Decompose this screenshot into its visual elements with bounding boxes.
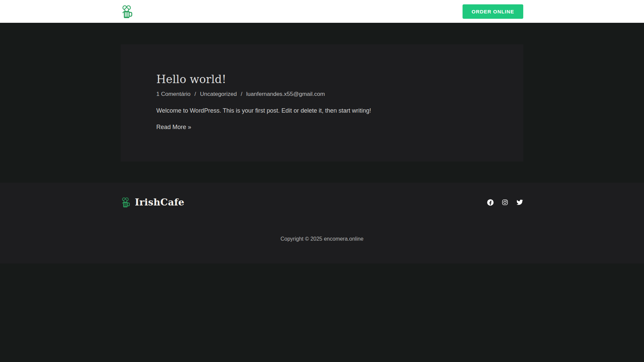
beer-mug-shamrock-icon xyxy=(121,4,133,19)
footer-brand-name: IrishCafe xyxy=(135,197,184,208)
site-footer: IrishCafe Copyrigh xyxy=(0,183,644,263)
facebook-icon[interactable] xyxy=(487,199,494,206)
post-card: Hello world! 1 Comentário / Uncategorize… xyxy=(121,44,523,162)
order-online-button[interactable]: ORDER ONLINE xyxy=(463,4,523,19)
meta-separator: / xyxy=(195,91,196,97)
post-meta: 1 Comentário / Uncategorized / luanferna… xyxy=(156,90,488,98)
copyright-text: Copyright © 2025 encomera.online xyxy=(0,236,644,242)
post-excerpt: Welcome to WordPress. This is your first… xyxy=(156,106,488,116)
read-more-link[interactable]: Read More » xyxy=(156,124,191,131)
footer-brand: IrishCafe xyxy=(121,197,184,208)
site-header: ORDER ONLINE xyxy=(0,0,644,23)
post-comments-link[interactable]: 1 Comentário xyxy=(156,91,191,97)
social-links xyxy=(487,199,523,206)
post-title-link[interactable]: Hello world! xyxy=(156,73,226,86)
twitter-icon[interactable] xyxy=(516,199,523,206)
post-category-link[interactable]: Uncategorized xyxy=(200,91,237,97)
site-logo-link[interactable] xyxy=(121,4,133,19)
instagram-icon[interactable] xyxy=(502,199,508,205)
beer-mug-shamrock-icon xyxy=(121,197,130,208)
meta-separator: / xyxy=(241,91,243,97)
main-content: Hello world! 1 Comentário / Uncategorize… xyxy=(0,23,644,183)
post-title: Hello world! xyxy=(156,72,488,86)
post-author-link[interactable]: luanfernandes.x55@gmail.com xyxy=(246,91,325,97)
